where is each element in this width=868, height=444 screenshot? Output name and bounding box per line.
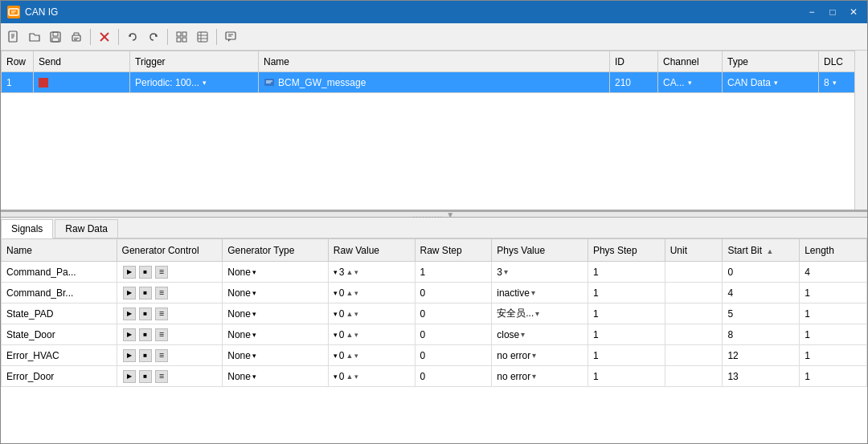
minimize-button[interactable]: −: [805, 6, 819, 18]
svg-marker-26: [228, 39, 231, 42]
toolbar-delete-button[interactable]: [95, 27, 114, 47]
close-button[interactable]: ✕: [846, 6, 861, 18]
gen-type-arrow[interactable]: ▾: [252, 268, 256, 276]
raw-value: 0: [339, 371, 345, 382]
raw-val-dropdown[interactable]: ▾: [334, 310, 338, 318]
gen-type-arrow[interactable]: ▾: [252, 352, 256, 360]
generator-control-cell: ▶ ■ ☰: [117, 366, 223, 387]
raw-value-cell: ▾0▲▾: [328, 324, 415, 345]
trigger-cell: Periodic: 100... ▾: [130, 72, 259, 93]
gen-config-btn[interactable]: ☰: [155, 370, 168, 383]
gen-type-arrow[interactable]: ▾: [252, 289, 256, 297]
phys-val-arrow[interactable]: ▾: [521, 330, 525, 339]
signals-table-row[interactable]: Command_Br... ▶ ■ ☰ None▾▾0▲▾0inactive▾1…: [2, 283, 867, 303]
raw-down-arrow[interactable]: ▾: [354, 331, 358, 339]
phys-val-arrow[interactable]: ▾: [532, 351, 536, 360]
signals-table-row[interactable]: Error_HVAC ▶ ■ ☰ None▾▾0▲▾0no error▾1121: [2, 345, 867, 366]
sig-col-phys-step: Phys Step: [588, 239, 665, 262]
toolbar-new-button[interactable]: [4, 27, 23, 47]
gen-type-arrow[interactable]: ▾: [252, 310, 256, 318]
raw-up-arrow[interactable]: ▲: [346, 289, 354, 297]
gen-stop-btn[interactable]: ■: [139, 349, 152, 362]
toolbar-print-button[interactable]: [67, 27, 86, 47]
gen-play-btn[interactable]: ▶: [123, 287, 136, 299]
gen-config-btn[interactable]: ☰: [155, 287, 168, 299]
window-controls[interactable]: − □ ✕: [805, 6, 861, 18]
raw-val-dropdown[interactable]: ▾: [334, 331, 338, 339]
raw-up-arrow[interactable]: ▲: [346, 352, 354, 360]
gen-stop-btn[interactable]: ■: [139, 328, 152, 341]
gen-stop-btn[interactable]: ■: [139, 308, 152, 320]
toolbar-comment-button[interactable]: [221, 27, 240, 47]
gen-config-btn[interactable]: ☰: [155, 308, 168, 320]
raw-down-arrow[interactable]: ▾: [354, 289, 358, 297]
signals-table-row[interactable]: State_Door ▶ ■ ☰ None▾▾0▲▾0close▾181: [2, 324, 867, 345]
tab-raw-data[interactable]: Raw Data: [55, 219, 118, 238]
gen-stop-btn[interactable]: ■: [139, 370, 152, 383]
phys-val-arrow[interactable]: ▾: [535, 309, 539, 318]
toolbar-sep-3: [167, 29, 168, 45]
gen-play-btn[interactable]: ▶: [123, 308, 136, 320]
raw-up-arrow[interactable]: ▲: [346, 268, 354, 276]
unit-cell: [665, 283, 723, 303]
toolbar-grid-button[interactable]: [172, 27, 191, 47]
raw-value-cell: ▾0▲▾: [328, 283, 415, 303]
length-cell: 1: [800, 324, 867, 345]
signals-table-row[interactable]: Error_Door ▶ ■ ☰ None▾▾0▲▾0no error▾1131: [2, 366, 867, 387]
trigger-dropdown-arrow[interactable]: ▾: [203, 79, 207, 87]
phys-val-arrow[interactable]: ▾: [532, 372, 536, 381]
dlc-dropdown-arrow[interactable]: ▾: [833, 79, 837, 87]
raw-down-arrow[interactable]: ▾: [354, 373, 358, 381]
toolbar-open-button[interactable]: [25, 27, 44, 47]
upper-scrollbar[interactable]: [854, 51, 867, 210]
gen-play-btn[interactable]: ▶: [123, 266, 136, 279]
raw-val-dropdown[interactable]: ▾: [334, 289, 338, 297]
gen-config-btn[interactable]: ☰: [155, 349, 168, 362]
raw-up-arrow[interactable]: ▲: [346, 373, 354, 381]
gen-config-btn[interactable]: ☰: [155, 266, 168, 279]
maximize-button[interactable]: □: [825, 6, 840, 18]
raw-val-dropdown[interactable]: ▾: [334, 268, 338, 276]
raw-up-arrow[interactable]: ▲: [346, 331, 354, 339]
phys-value-cell: close▾: [492, 324, 588, 345]
signals-table-row[interactable]: State_PAD ▶ ■ ☰ None▾▾0▲▾0安全员...▾151: [2, 303, 867, 324]
toolbar-save-button[interactable]: [46, 27, 65, 47]
raw-down-arrow[interactable]: ▾: [354, 310, 358, 318]
svg-rect-18: [182, 32, 186, 36]
raw-step-cell: 0: [415, 283, 492, 303]
gen-play-btn[interactable]: ▶: [123, 370, 136, 383]
length-cell: 1: [800, 283, 867, 303]
channel-dropdown[interactable]: CA... ▾: [663, 77, 717, 88]
unit-cell: [665, 262, 723, 283]
trigger-dropdown[interactable]: Periodic: 100... ▾: [135, 77, 253, 88]
phys-val-arrow[interactable]: ▾: [504, 267, 508, 276]
title-bar-left: CAN IG: [7, 6, 58, 18]
phys-val-arrow[interactable]: ▾: [531, 288, 535, 297]
gen-play-btn[interactable]: ▶: [123, 349, 136, 362]
signals-table-row[interactable]: Command_Pa... ▶ ■ ☰ None▾▾3▲▾13▾104: [2, 262, 867, 283]
channel-dropdown-arrow[interactable]: ▾: [688, 79, 692, 87]
type-dropdown[interactable]: CAN Data ▾: [727, 77, 813, 88]
raw-up-arrow[interactable]: ▲: [346, 310, 354, 318]
gen-type-arrow[interactable]: ▾: [252, 373, 256, 381]
raw-val-dropdown[interactable]: ▾: [334, 352, 338, 360]
toolbar-redo-button[interactable]: [144, 27, 163, 47]
raw-value-cell: ▾0▲▾: [328, 366, 415, 387]
gen-stop-btn[interactable]: ■: [139, 266, 152, 279]
toolbar-undo-button[interactable]: [123, 27, 142, 47]
generator-type-cell: None▾: [223, 324, 329, 345]
toolbar-list-button[interactable]: [193, 27, 212, 47]
phys-value: close: [497, 329, 519, 340]
raw-val-dropdown[interactable]: ▾: [334, 373, 338, 381]
gen-play-btn[interactable]: ▶: [123, 328, 136, 341]
tab-signals[interactable]: Signals: [1, 219, 53, 238]
gen-type-arrow[interactable]: ▾: [252, 331, 256, 339]
gen-stop-btn[interactable]: ■: [139, 287, 152, 299]
raw-down-arrow[interactable]: ▾: [354, 268, 358, 276]
signals-table-container[interactable]: Name Generator Control Generator Type Ra…: [1, 238, 867, 443]
message-table-row[interactable]: 1 Periodic: 100... ▾: [2, 72, 867, 93]
gen-config-btn[interactable]: ☰: [155, 328, 168, 341]
raw-down-arrow[interactable]: ▾: [354, 352, 358, 360]
type-dropdown-arrow[interactable]: ▾: [774, 79, 778, 87]
resize-handle[interactable]: .......... ▼: [1, 211, 867, 218]
